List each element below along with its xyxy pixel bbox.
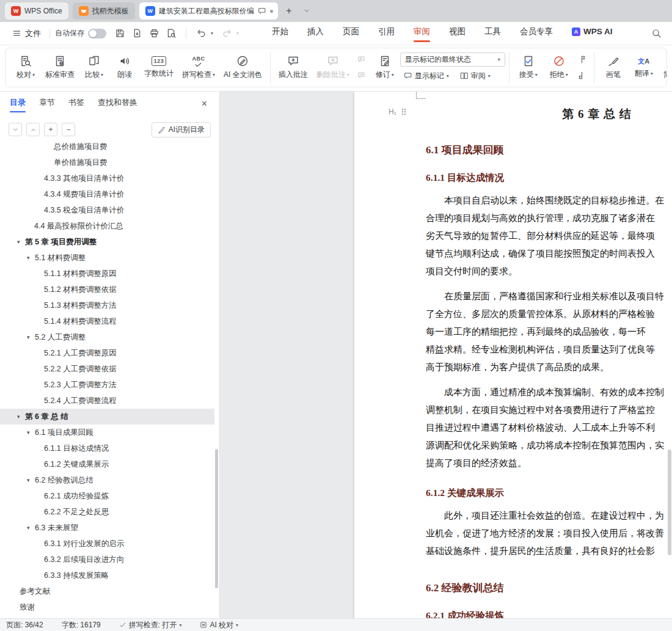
- print-button[interactable]: [147, 26, 161, 41]
- review-pane-button[interactable]: 审阅 ▾: [456, 69, 494, 83]
- ribbon-tab-插入[interactable]: 插入: [306, 25, 325, 42]
- search-button[interactable]: [649, 26, 663, 41]
- toc-item[interactable]: 4.4 最高投标限价计价汇总: [0, 218, 214, 234]
- accept-button[interactable]: 接受▾: [513, 49, 544, 86]
- toc-item[interactable]: 参考文献: [0, 583, 214, 599]
- autosave-toggle[interactable]: [88, 29, 106, 38]
- translate-button[interactable]: 文A 翻译▾: [629, 49, 659, 86]
- comment-bubble-icon[interactable]: [258, 7, 266, 15]
- heading-h3[interactable]: 6.2.1 成功经验提炼: [426, 610, 672, 618]
- spell-check-status[interactable]: 拼写检查: 打开 ▾: [119, 620, 182, 630]
- toc-item[interactable]: 5.2.3 人工费调整方法: [0, 377, 214, 393]
- document-scrollbar[interactable]: [668, 450, 671, 555]
- toc-item[interactable]: ▾6.1 项目成果回顾: [0, 425, 214, 440]
- heading-h2[interactable]: 6.1 项目成果回顾: [426, 143, 672, 157]
- toc-item[interactable]: ▾6.3 未来展望: [0, 520, 214, 536]
- tab-docer-templates[interactable]: 找稻壳模板: [73, 2, 135, 20]
- toc-item[interactable]: ▾第 6 章 总 结: [0, 409, 214, 425]
- toc-item[interactable]: 6.1.1 目标达成情况: [0, 440, 214, 456]
- paragraph[interactable]: 在质量层面，严格遵循国家和行业相关标准以及项目特了全方位、多层次的质量管控体系。…: [426, 288, 672, 376]
- previous-change-button[interactable]: [576, 54, 588, 66]
- print-preview-button[interactable]: [164, 26, 178, 41]
- expand-arrow-icon[interactable]: ▾: [27, 334, 35, 340]
- ai-polish-button[interactable]: AI 全文润色: [219, 49, 266, 86]
- reject-button[interactable]: 拒绝▾: [544, 49, 574, 86]
- heading-h3[interactable]: 6.1.1 目标达成情况: [426, 172, 672, 184]
- expand-arrow-icon[interactable]: ▾: [27, 255, 35, 261]
- heading-level-badge[interactable]: H₁: [389, 108, 396, 116]
- close-pane-button[interactable]: ×: [199, 97, 210, 111]
- paragraph[interactable]: 此外，项目还注重社会效益的创造。在建设过程中，为业机会，促进了地方经济的发展；项…: [426, 507, 672, 560]
- toc-item[interactable]: 5.2.4 人工费调整流程: [0, 393, 214, 409]
- toc-item[interactable]: 6.3.2 后续项目改进方向: [0, 552, 214, 567]
- toc-item[interactable]: 5.1.2 材料费调整依据: [0, 282, 214, 297]
- ai-proofread-status[interactable]: AI 校对 ▾: [200, 620, 238, 630]
- expand-arrow-icon[interactable]: ▾: [17, 239, 25, 245]
- toc-item[interactable]: 4.3.3 其他项目清单计价: [0, 170, 214, 186]
- ribbon-tab-工具[interactable]: 工具: [483, 25, 502, 42]
- word-count-button[interactable]: 123 字数统计: [140, 49, 178, 86]
- ribbon-tab-视图[interactable]: 视图: [448, 25, 467, 42]
- ribbon-tab-审阅[interactable]: 审阅: [412, 25, 431, 42]
- toc-item[interactable]: 6.1.2 关键成果展示: [0, 456, 214, 472]
- markup-state-select[interactable]: 显示标记的最终状态 ▾: [400, 53, 505, 67]
- ai-recognize-toc-button[interactable]: AI识别目录: [152, 122, 211, 137]
- next-change-button[interactable]: [576, 70, 588, 82]
- tab-list-button[interactable]: [300, 4, 313, 18]
- paragraph[interactable]: 成本方面，通过精准的成本预算编制、有效的成本控制调整机制，在项目实施过程中对各项…: [426, 384, 672, 472]
- track-changes-button[interactable]: 修订▾: [370, 49, 400, 86]
- ribbon-tab-WPS AI[interactable]: AWPS AI: [571, 26, 614, 41]
- read-aloud-button[interactable]: 朗读: [109, 49, 140, 86]
- toc-item[interactable]: 5.2.1 人工费调整原因: [0, 345, 214, 361]
- ribbon-tab-开始[interactable]: 开始: [271, 25, 290, 42]
- toc-item[interactable]: 6.2.2 不足之处反思: [0, 504, 214, 520]
- simplified-traditional-button[interactable]: 简/繁 简繁转换: [659, 49, 667, 86]
- toc-item[interactable]: 5.2.2 人工费调整依据: [0, 361, 214, 377]
- sidebar-tab-查找和替换[interactable]: 查找和替换: [98, 95, 137, 114]
- heading-h3[interactable]: 6.1.2 关键成果展示: [426, 487, 672, 500]
- file-menu-button[interactable]: 文件: [9, 26, 45, 42]
- heading-h2[interactable]: 6.2 经验教训总结: [426, 581, 672, 595]
- toc-item[interactable]: ▾5.1 材料费调整: [0, 250, 214, 266]
- save-button[interactable]: [112, 26, 127, 41]
- sidebar-scrollbar[interactable]: [215, 449, 218, 588]
- drag-handle-icon[interactable]: [401, 108, 407, 116]
- toc-item[interactable]: 单价措施项目费: [0, 155, 214, 170]
- sidebar-tab-书签[interactable]: 书签: [68, 95, 84, 114]
- document-body[interactable]: 6.1 项目成果回顾6.1.1 目标达成情况本项目自启动以来，始终围绕既定的目标…: [354, 143, 672, 618]
- page-indicator[interactable]: 页面: 36/42: [6, 620, 43, 630]
- show-markup-button[interactable]: 显示标记 ▾: [400, 69, 453, 83]
- proofread-button[interactable]: 校对▾: [10, 49, 41, 86]
- document-page[interactable]: H₁ 第 6 章 总 结 6.1 项目成果回顾6.1.1 目标达成情况本项目自启…: [354, 92, 672, 618]
- sidebar-tab-目录[interactable]: 目录: [10, 95, 26, 114]
- standard-review-button[interactable]: 标准审查: [41, 49, 79, 86]
- undo-dropdown[interactable]: ▾: [211, 31, 217, 36]
- document-canvas[interactable]: H₁ 第 6 章 总 结 6.1 项目成果回顾6.1.1 目标达成情况本项目自启…: [220, 92, 672, 618]
- insert-comment-button[interactable]: 插入批注: [274, 49, 312, 86]
- expand-arrow-icon[interactable]: ▾: [27, 525, 35, 531]
- zoom-in-button[interactable]: +: [44, 123, 57, 136]
- expand-arrow-icon[interactable]: ▾: [27, 429, 35, 436]
- toc-item[interactable]: ▾5.2 人工费调整: [0, 329, 214, 345]
- toc-item[interactable]: 致谢: [0, 599, 214, 615]
- ribbon-tab-会员专享[interactable]: 会员专享: [519, 25, 554, 42]
- toc-item[interactable]: 5.1.1 材料费调整原因: [0, 266, 214, 282]
- expand-all-button[interactable]: [9, 123, 22, 136]
- tab-wps-office[interactable]: W WPS Office: [5, 2, 68, 20]
- expand-arrow-icon[interactable]: ▾: [27, 477, 35, 483]
- toc-item[interactable]: 5.1.3 材料费调整方法: [0, 297, 214, 313]
- toc-item[interactable]: 6.3.1 对行业发展的启示: [0, 536, 214, 552]
- spell-check-button[interactable]: ABC 拼写检查▾: [178, 49, 219, 86]
- toc-item[interactable]: 4.3.5 税金项目清单计价: [0, 202, 214, 218]
- paragraph[interactable]: 本项目自启动以来，始终围绕既定的目标稳步推进。在合理的项目规划与高效的执行管理，…: [426, 192, 672, 280]
- new-tab-button[interactable]: +: [282, 4, 296, 18]
- undo-button[interactable]: [194, 26, 208, 41]
- toc-item[interactable]: 总价措施项目费: [0, 143, 214, 155]
- toc-item[interactable]: 6.3.3 持续发展策略: [0, 567, 214, 583]
- export-pdf-button[interactable]: [130, 26, 144, 41]
- tab-document-active[interactable]: W 建筑安装工程最高投标限价编: [139, 2, 278, 20]
- compare-button[interactable]: 比较▾: [79, 49, 109, 86]
- brush-button[interactable]: 画笔: [598, 49, 629, 86]
- word-count-indicator[interactable]: 字数: 16179: [62, 620, 101, 630]
- toc-item[interactable]: 4.3.4 规费项目清单计价: [0, 186, 214, 202]
